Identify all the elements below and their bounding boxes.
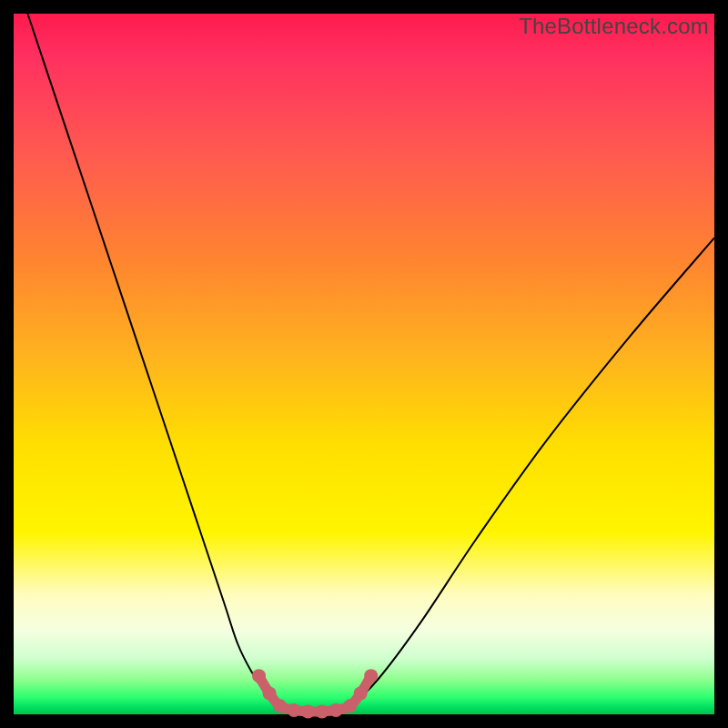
bottleneck-curve xyxy=(27,14,714,712)
accent-dot xyxy=(273,699,287,713)
plot-frame: TheBottleneck.com xyxy=(14,14,714,714)
accent-dot xyxy=(315,704,329,718)
accent-dot xyxy=(252,669,266,682)
accent-dot xyxy=(288,703,301,717)
accent-dot xyxy=(364,669,378,682)
accent-dot xyxy=(343,699,357,713)
accent-dot xyxy=(301,704,315,718)
accent-dot xyxy=(354,686,368,700)
accent-dot xyxy=(329,703,343,717)
chart-svg xyxy=(14,14,714,714)
accent-dot xyxy=(263,686,277,700)
